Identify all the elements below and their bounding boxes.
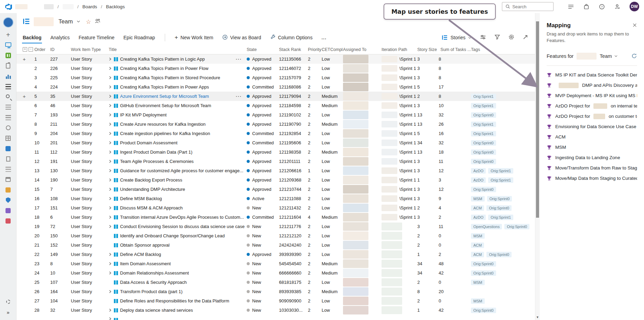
row-context-menu-icon[interactable]: ··· — [236, 94, 246, 99]
table-row[interactable]: + 25 107 User Story Data Access & Securi… — [17, 278, 535, 287]
rail-item-docs[interactable] — [0, 154, 17, 164]
expand-chevron-icon[interactable] — [109, 169, 112, 172]
row-title[interactable]: Data Access & Security Approach — [120, 280, 187, 285]
expand-chevron-icon[interactable] — [109, 85, 112, 89]
backlog-level-picker[interactable]: Stories — [442, 34, 472, 41]
search-input[interactable] — [512, 4, 550, 9]
column-header-cetcompl[interactable]: CETCompl... — [322, 47, 343, 52]
settings-gear-icon[interactable] — [508, 34, 514, 41]
table-row[interactable]: + 2 226 User Story Creating Kafka Topics… — [17, 64, 535, 73]
view-as-board-button[interactable]: View as Board — [222, 34, 261, 41]
column-header-priority[interactable]: Priority — [308, 47, 322, 52]
help-icon[interactable]: ? — [599, 3, 605, 10]
add-row-icon[interactable]: + — [23, 94, 26, 99]
more-actions-button[interactable]: ... — [321, 35, 326, 40]
feature-item[interactable]: Envisioning for Data Science Use Case — [547, 122, 637, 132]
row-title[interactable]: Obtain Sponsor approval — [120, 242, 170, 248]
scrollbar-down-arrow[interactable]: ▼ — [535, 316, 540, 319]
team-selector[interactable]: Team — [58, 18, 73, 25]
feature-item[interactable]: MSM — [547, 142, 637, 153]
feature-item[interactable]: Move/Transform Data from Raw to Stagi... — [547, 163, 637, 173]
row-title[interactable]: Deploy data science shared services — [120, 308, 193, 313]
search-box[interactable] — [502, 2, 554, 11]
expand-chevron-icon[interactable] — [109, 197, 112, 200]
column-header-sum-of-tasks[interactable]: Sum of Tasks ... — [439, 47, 471, 52]
breadcrumb-backlogs[interactable]: Backlogs — [106, 4, 125, 9]
expand-chevron-icon[interactable] — [109, 58, 112, 61]
table-row[interactable]: + 16 108 User Story Define MSM Backlog A… — [17, 194, 535, 203]
expand-chevron-icon[interactable] — [109, 271, 112, 275]
task-list-icon[interactable] — [568, 3, 574, 10]
expand-chevron-icon[interactable] — [109, 123, 112, 126]
table-row[interactable]: + 11 112 User Story Ingest Product Domai… — [17, 147, 535, 157]
table-row[interactable]: + 12 191 User Story Team Agile Processes… — [17, 157, 535, 166]
tab-epic-roadmap[interactable]: Epic Roadmap — [124, 30, 155, 45]
row-title[interactable]: Define MSM Backlog — [120, 196, 162, 201]
rail-item-calendar[interactable] — [0, 174, 17, 185]
blurred-project-crumb[interactable] — [63, 4, 74, 9]
table-row[interactable]: + 6 46 User Story GitHub Environment Set… — [17, 101, 535, 110]
row-title[interactable]: Azure Environment Setup for Microsoft Te… — [120, 94, 209, 99]
row-title[interactable]: Define Roles and Responsibilities for th… — [120, 298, 229, 303]
table-row[interactable]: + 8 211 User Story Create Azure resource… — [17, 120, 535, 129]
feature-item[interactable]: ACM — [547, 132, 637, 142]
chevron-down-icon[interactable] — [76, 19, 80, 24]
row-title[interactable]: Identify and Onboard Change Sponsor/Chan… — [120, 233, 225, 238]
rail-item-settings[interactable] — [0, 297, 17, 307]
feature-item[interactable]: Ingesting Data to Landing Zone — [547, 153, 637, 163]
table-row[interactable]: + 13 130 User Story Guidance for customi… — [17, 166, 535, 175]
expand-chevron-icon[interactable] — [109, 132, 112, 135]
new-work-item-button[interactable]: + New Work Item — [175, 34, 213, 41]
column-header-id[interactable]: ID — [50, 47, 71, 52]
breadcrumb-boards[interactable]: Boards — [83, 4, 97, 9]
row-title[interactable]: Define ACM Backlog — [120, 252, 161, 257]
rail-item-search-work[interactable] — [0, 92, 17, 102]
row-title[interactable]: Creating Kafka Topics Pattern in Power A… — [120, 84, 209, 90]
feature-item[interactable]: MVP Deployment - MS IP Kit using MS N... — [547, 91, 637, 101]
tab-backlog[interactable]: Backlog — [23, 30, 41, 45]
expand-chevron-icon[interactable] — [109, 206, 112, 209]
expand-chevron-icon[interactable] — [109, 141, 112, 144]
expand-chevron-icon[interactable] — [109, 151, 112, 154]
filter-icon[interactable] — [494, 34, 500, 41]
row-title[interactable]: IP Kit MVP Deployment — [120, 112, 167, 117]
table-row[interactable]: + 9 204 User Story Create ingestion pipe… — [17, 129, 535, 138]
table-row[interactable]: + 3 225 User Story Creating Kafka Topics… — [17, 73, 535, 82]
favorite-star-icon[interactable]: ☆ — [86, 18, 91, 25]
expand-chevron-icon[interactable] — [109, 113, 112, 116]
rail-item-backlogs[interactable] — [0, 81, 17, 92]
expand-chevron-icon[interactable] — [109, 104, 112, 107]
table-row[interactable]: + 7 193 User Story IP Kit MVP Deployment… — [17, 110, 535, 120]
row-title[interactable]: Create ingestion pipelines for Kafka Ing… — [120, 131, 210, 136]
rail-item-grid[interactable] — [0, 133, 17, 143]
expand-chevron-icon[interactable] — [109, 317, 112, 320]
column-header-iteration-path[interactable]: Iteration Path — [382, 47, 417, 52]
row-title[interactable]: Create Backlog Export Process — [120, 177, 182, 183]
expand-chevron-icon[interactable] — [109, 178, 112, 182]
table-row[interactable]: + 4 224 User Story Creating Kafka Topics… — [17, 82, 535, 92]
row-title[interactable]: Domain Relationships Assessment — [120, 270, 189, 276]
row-title[interactable]: Guidance for customized Agile process fo… — [120, 168, 243, 173]
table-row[interactable]: + 28 32 User Story Deploy data science s… — [17, 306, 535, 315]
feature-item[interactable]: Move/Map Data from Staging to Curated — [547, 173, 637, 184]
expand-chevron-icon[interactable] — [109, 290, 112, 293]
feature-item[interactable]: DMP and APIs Discovery and Ass... — [547, 80, 637, 91]
rail-item-wiki[interactable] — [0, 164, 17, 174]
rail-item-sprints[interactable] — [0, 123, 17, 133]
row-context-menu-icon[interactable]: ··· — [236, 56, 246, 62]
row-title[interactable]: Team Agile Processes & Ceremonies — [120, 159, 194, 164]
table-row[interactable]: + 21 152 User Story Obtain Sponsor appro… — [17, 240, 535, 250]
user-avatar[interactable]: DW — [630, 2, 639, 11]
column-header-story-size[interactable]: Story Size — [417, 47, 439, 52]
row-title[interactable]: Understanding DMP Architecture — [120, 187, 185, 192]
feature-item[interactable]: MS IP KIT and Data Science Toolkit Demos — [547, 70, 637, 80]
rail-item-shield[interactable] — [0, 195, 17, 205]
column-header-assigned-to[interactable]: Assigned To — [343, 47, 382, 52]
tab-feature-timeline[interactable]: Feature Timeline — [79, 30, 115, 45]
refresh-icon[interactable] — [631, 53, 637, 59]
column-header-type[interactable]: Work Item Type — [71, 47, 109, 52]
expand-chevron-icon[interactable] — [109, 253, 112, 256]
table-row[interactable]: + 18 6 User Story Transition internal Az… — [17, 213, 535, 222]
row-title[interactable]: Ingest Product Domain Data (Part 1) — [120, 149, 192, 155]
rail-item-add[interactable]: + — [0, 30, 17, 40]
